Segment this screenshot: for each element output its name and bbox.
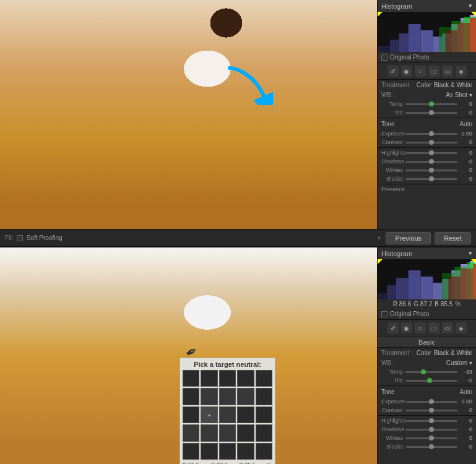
bottom-shadows-row: Shadows 0: [378, 425, 476, 434]
bottom-tint-value: -5: [460, 377, 472, 384]
temp-label: Temp: [381, 101, 403, 107]
target-cell-22: [201, 443, 217, 460]
target-cell-17: [201, 424, 217, 441]
svg-rect-34: [448, 277, 461, 299]
bottom-eyedropper-tool[interactable]: ✐: [387, 322, 399, 333]
exposure-slider[interactable]: [405, 133, 457, 135]
bottom-exposure-row: Exposure 0.00: [378, 397, 476, 406]
rgb-values-row: R 86.6 G 87.2 B 85.5 %: [378, 299, 476, 309]
bottom-whites-row: Whites 0: [378, 434, 476, 442]
target-r: R 86.6: [183, 462, 199, 464]
highlights-slider[interactable]: [405, 152, 457, 154]
tone-label: Tone: [381, 121, 395, 127]
bottom-tone-header: Tone Auto: [378, 387, 476, 397]
contrast-value: 0: [460, 139, 472, 145]
circle-tool[interactable]: ◉: [401, 66, 412, 77]
wb-row: WB : As Shot ▾: [378, 90, 476, 100]
contrast-slider[interactable]: [405, 142, 457, 144]
bottom-tint-slider[interactable]: [405, 380, 457, 382]
bottom-image-area: ✒ Pick a target neutral: +: [0, 247, 377, 464]
original-photo-checkbox[interactable]: [381, 54, 387, 61]
bottom-original-photo-checkbox[interactable]: [381, 311, 387, 317]
bottom-adjust-tool[interactable]: ◈: [456, 322, 467, 333]
rect-tool[interactable]: ▭: [442, 66, 453, 77]
tone-header-row: Tone Auto: [378, 119, 476, 129]
bottom-contrast-row: Contrast 0: [378, 406, 476, 415]
wb-value[interactable]: As Shot ▾: [446, 92, 472, 98]
target-neutral-title: Pick a target neutral:: [183, 361, 272, 368]
svg-rect-25: [421, 277, 433, 299]
top-previous-button[interactable]: Previous: [386, 232, 431, 244]
bottom-highlights-row: Highlights 0: [378, 416, 476, 425]
top-toolbar-right: Previous Reset: [386, 232, 471, 244]
bottom-auto-button[interactable]: Auto: [459, 389, 472, 395]
svg-rect-6: [421, 30, 433, 52]
toolbar-left: Fill Soft Proofing ▾: [5, 234, 381, 241]
histogram-arrow-icon: ▾: [469, 2, 472, 10]
temp-slider[interactable]: [405, 103, 457, 105]
target-cell-7: [201, 388, 217, 405]
target-pct: %: [267, 462, 272, 464]
divider3: [378, 184, 476, 184]
bottom-original-photo-label: Original Photo: [390, 311, 429, 317]
presence-label: Presence: [378, 185, 476, 194]
bottom-treatment-row: Treatment : Color Black & White: [378, 348, 476, 358]
auto-button[interactable]: Auto: [459, 121, 472, 127]
divider2: [378, 147, 476, 148]
bottom-shadows-slider[interactable]: [405, 429, 457, 431]
shadows-slider[interactable]: [405, 161, 457, 163]
shadows-label: Shadows: [381, 158, 403, 165]
bottom-treatment-bw[interactable]: Black & White: [434, 350, 472, 356]
bottom-exposure-slider[interactable]: [405, 401, 457, 403]
treatment-color[interactable]: Color: [417, 82, 431, 88]
soft-proofing-checkbox[interactable]: [17, 235, 23, 241]
target-cell-2: [201, 370, 217, 387]
bottom-wb-value[interactable]: Custom ▾: [446, 359, 472, 366]
bottom-radio-tool[interactable]: ○: [415, 322, 426, 333]
exposure-label: Exposure: [381, 131, 403, 137]
bottom-whites-slider[interactable]: [405, 437, 457, 439]
top-reset-button[interactable]: Reset: [435, 232, 471, 244]
fill-label: Fill: [5, 234, 13, 241]
blacks-slider[interactable]: [405, 178, 457, 180]
bottom-blacks-value: 0: [460, 444, 472, 450]
bottom-contrast-label: Contrast: [381, 407, 403, 413]
top-panel: Histogram ▾: [0, 0, 476, 229]
tint-label: Tint: [381, 110, 403, 116]
bottom-square-tool[interactable]: □: [428, 322, 439, 333]
highlights-label: Highlights: [381, 150, 403, 156]
bottom-blacks-slider[interactable]: [405, 446, 457, 448]
treatment-bw[interactable]: Black & White: [434, 82, 472, 88]
tool-icons-row: ✐ ◉ ○ □ ▭ ◈: [378, 62, 476, 80]
temp-row: Temp 0: [378, 100, 476, 108]
bottom-original-photo-row: Original Photo: [378, 309, 476, 319]
adjust-tool[interactable]: ◈: [456, 66, 467, 77]
whites-slider[interactable]: [405, 170, 457, 171]
target-g: G 87.2: [211, 462, 228, 464]
svg-rect-2: [378, 46, 390, 52]
basic-section-label: Basic: [378, 337, 476, 348]
target-cell-3: [219, 370, 236, 387]
bottom-tool-icons-row: ✐ ◉ ○ □ ▭ ◈: [378, 319, 476, 337]
bottom-wb-label: WB :: [381, 359, 395, 366]
target-cell-18: [219, 424, 236, 441]
histogram-area: [378, 12, 476, 52]
bottom-blacks-label: Blacks: [381, 444, 403, 450]
eyedropper-tool[interactable]: ✐: [387, 66, 399, 77]
bottom-rect-tool[interactable]: ▭: [442, 322, 453, 333]
target-cell-14: [237, 406, 254, 423]
bottom-contrast-slider[interactable]: [405, 410, 457, 411]
pct-symbol: %: [455, 301, 461, 307]
bottom-temp-slider[interactable]: [405, 371, 457, 373]
radio-tool[interactable]: ○: [415, 66, 426, 77]
svg-rect-35: [461, 269, 473, 299]
bottom-contrast-value: 0: [460, 407, 472, 413]
bottom-highlights-slider[interactable]: [405, 420, 457, 422]
target-cell-5: [256, 370, 272, 387]
bottom-circle-tool[interactable]: ◉: [401, 322, 412, 333]
bottom-treatment-color[interactable]: Color: [417, 350, 431, 356]
tint-slider[interactable]: [405, 112, 457, 114]
b-value: B 85.5: [435, 301, 452, 307]
square-tool[interactable]: □: [428, 66, 439, 77]
bottom-blacks-row: Blacks 0: [378, 442, 476, 451]
